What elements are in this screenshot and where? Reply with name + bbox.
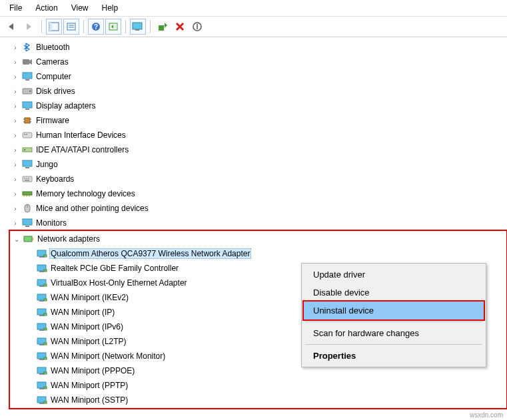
tree-item[interactable]: ›Jungo [9,157,507,172]
nic-icon [36,380,48,391]
tree-item-label: WAN Miniport (IPv6) [49,321,125,332]
svg-rect-47 [39,256,44,258]
nic-icon [36,336,48,347]
nic-icon [36,321,48,332]
tree-item-network-child[interactable]: WAN Miniport (SSTP) [24,393,506,407]
expand-icon[interactable]: › [11,44,20,51]
menu-uninstall-device[interactable]: Uninstall device [304,302,484,319]
expand-icon[interactable]: › [11,161,20,168]
svg-rect-74 [39,388,44,389]
nic-icon [36,292,48,303]
separator [125,20,126,33]
menu-file[interactable]: File [3,1,29,15]
tree-item-label: Qualcomm Atheros QCA9377 Wireless Networ… [49,248,251,259]
tree-item-network-child[interactable]: WAN Miniport (PPTP) [24,378,506,393]
menu-update-driver[interactable]: Update driver [304,266,484,284]
svg-point-28 [24,149,25,150]
tree-item[interactable]: ›Computer [9,69,507,84]
expand-icon[interactable]: › [11,176,20,183]
expand-icon[interactable]: › [11,103,20,110]
hid-icon [21,130,33,140]
svg-rect-10 [159,25,164,31]
tree-item-label: WAN Miniport (PPTP) [49,380,129,391]
svg-rect-9 [135,29,139,31]
toolbar: ? [0,17,507,37]
tree-item[interactable]: ›Human Interface Devices [9,128,507,142]
disable-button[interactable] [189,19,205,35]
menu-properties[interactable]: Properties [304,347,484,365]
watermark: wsxdn.com [470,411,503,419]
svg-rect-78 [44,401,47,403]
menu-view[interactable]: View [65,1,95,15]
menu-action[interactable]: Action [29,1,64,15]
svg-rect-56 [39,300,44,302]
svg-rect-43 [25,226,29,227]
menu-help[interactable]: Help [95,1,125,15]
tree-item-label: WAN Miniport (PPPOE) [49,365,136,376]
tree-item[interactable]: ›Disk drives [9,84,507,99]
disk-icon [21,86,33,97]
svg-rect-77 [39,403,44,404]
tree-item[interactable]: ›Display adapters [9,99,507,113]
action-button[interactable] [105,19,121,35]
separator [41,20,42,33]
menu-scan-hardware[interactable]: Scan for hardware changes [304,324,484,342]
tree-item[interactable]: ›Mice and other pointing devices [9,201,507,216]
tree-item[interactable]: ›Memory technology devices [9,186,507,201]
properties-button[interactable] [63,19,79,35]
expand-icon[interactable]: › [11,205,20,212]
expand-icon[interactable]: › [11,190,20,198]
tree-item-network-child[interactable]: Qualcomm Atheros QCA9377 Wireless Networ… [24,246,506,261]
separator [305,321,482,322]
help-button[interactable]: ? [88,19,104,35]
nic-icon [36,351,48,361]
nic-icon [36,307,48,317]
keyboard-icon [21,174,33,184]
expand-icon[interactable]: › [11,59,20,66]
tree-item[interactable]: ›Cameras [9,55,507,69]
svg-rect-30 [25,167,29,168]
menubar: File Action View Help [0,0,507,17]
tree-item-label: Computer [35,71,73,82]
tree-item[interactable]: ›Bluetooth [9,40,507,55]
expand-icon[interactable]: › [11,73,20,81]
svg-rect-63 [44,328,47,330]
svg-rect-34 [28,178,29,179]
svg-rect-65 [39,344,44,345]
expand-icon[interactable]: › [11,132,20,139]
nic-icon [23,234,35,244]
expand-icon[interactable]: › [11,146,20,154]
svg-rect-12 [23,59,29,65]
svg-rect-68 [39,359,44,360]
tree-item[interactable]: ›Firmware [9,113,507,128]
tree-item-label: WAN Miniport (Network Monitor) [49,351,167,361]
tree-item-label: VirtualBox Host-Only Ethernet Adapter [49,278,189,288]
svg-point-16 [29,91,31,92]
tree-item-network-adapters[interactable]: ⌄ Network adapters [11,232,506,246]
svg-rect-17 [23,102,32,108]
back-button[interactable] [4,19,20,35]
tree-item-label: WAN Miniport (IP) [49,307,116,317]
update-driver-button[interactable] [155,19,171,35]
uninstall-button[interactable] [172,19,188,35]
expand-icon[interactable]: › [11,117,20,124]
tree-item[interactable]: ›IDE ATA/ATAPI controllers [9,142,507,157]
memory-icon [21,188,33,199]
tree-item[interactable]: ›Monitors [9,216,507,230]
expand-icon[interactable]: › [11,88,20,95]
svg-rect-14 [25,79,29,81]
svg-rect-71 [39,373,44,375]
scan-hardware-button[interactable] [130,19,146,35]
svg-rect-62 [39,329,44,331]
tree-item-label: Display adapters [35,101,97,111]
svg-rect-72 [44,372,47,374]
show-tree-button[interactable] [46,19,62,35]
expand-icon[interactable]: › [11,220,20,227]
forward-button[interactable] [21,19,37,35]
tree-item[interactable]: ›Keyboards [9,172,507,186]
menu-disable-device[interactable]: Disable device [304,284,484,302]
svg-rect-60 [44,314,47,315]
collapse-icon[interactable]: ⌄ [12,236,21,243]
tree-item-label: Disk drives [35,86,77,97]
svg-rect-13 [23,73,32,79]
